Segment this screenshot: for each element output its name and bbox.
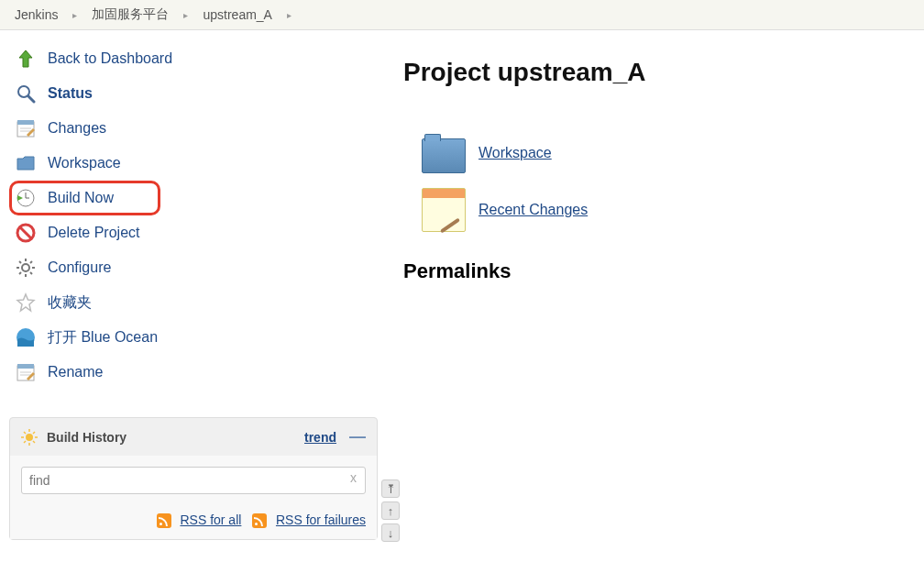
sidebar-item-workspace[interactable]: Workspace — [9, 146, 385, 181]
sidebar-item-label: Configure — [48, 259, 111, 276]
sidebar-item-label: Build Now — [48, 190, 114, 206]
permalinks-heading: Permalinks — [403, 259, 906, 283]
sidebar-item-label: Rename — [48, 364, 103, 380]
sidebar-item-blue-ocean[interactable]: 打开 Blue Ocean — [9, 320, 385, 355]
rss-icon — [252, 513, 267, 528]
svg-line-33 — [24, 441, 26, 443]
chevron-right-icon: ▸ — [176, 10, 195, 20]
star-icon — [15, 292, 37, 314]
arrow-up-icon — [15, 48, 37, 70]
sidebar-item-configure[interactable]: Configure — [9, 250, 385, 285]
sidebar-item-back[interactable]: Back to Dashboard — [9, 41, 385, 76]
breadcrumb-folder[interactable]: 加固服务平台 — [86, 6, 174, 23]
breadcrumb: Jenkins ▸ 加固服务平台 ▸ upstream_A ▸ — [0, 0, 924, 30]
folder-icon — [422, 138, 466, 173]
trend-link[interactable]: trend — [304, 430, 336, 445]
sidebar-item-label: 打开 Blue Ocean — [48, 328, 158, 347]
recent-changes-link[interactable]: Recent Changes — [478, 202, 588, 218]
sidebar-item-label: Changes — [48, 120, 106, 137]
sidebar-item-changes[interactable]: Changes — [9, 111, 385, 146]
sidebar-item-favorites[interactable]: 收藏夹 — [9, 285, 385, 320]
find-input[interactable] — [21, 467, 366, 494]
rss-failures-link[interactable]: RSS for failures — [276, 512, 366, 527]
notepad-icon — [15, 117, 37, 139]
svg-line-19 — [19, 272, 21, 274]
clock-play-icon — [15, 187, 37, 209]
recent-changes-link-row[interactable]: Recent Changes — [403, 188, 906, 232]
sidebar-item-status[interactable]: Status — [9, 76, 385, 111]
svg-line-31 — [33, 441, 35, 443]
scroll-top-icon[interactable]: ⤒ — [381, 479, 400, 498]
no-entry-icon — [15, 222, 37, 244]
build-history-title: Build History — [47, 430, 295, 445]
notepad-icon — [15, 361, 37, 383]
search-icon — [15, 83, 37, 105]
scroll-down-icon[interactable]: ↓ — [381, 523, 400, 542]
svg-point-11 — [22, 264, 29, 271]
svg-line-18 — [30, 261, 32, 263]
chevron-right-icon: ▸ — [65, 10, 84, 20]
sidebar-item-delete[interactable]: Delete Project — [9, 215, 385, 250]
svg-line-32 — [33, 432, 35, 434]
sidebar-item-label: 收藏夹 — [48, 293, 92, 313]
svg-point-25 — [26, 434, 33, 441]
sidebar-item-label: Workspace — [48, 155, 121, 171]
sidebar-item-label: Delete Project — [48, 225, 140, 241]
build-history-panel: Build History trend — x RSS for all RSS … — [9, 417, 378, 540]
workspace-link-row[interactable]: Workspace — [403, 133, 906, 173]
rss-icon — [157, 513, 171, 528]
svg-line-17 — [30, 272, 32, 274]
sidebar-item-label: Back to Dashboard — [48, 50, 172, 67]
page-title: Project upstream_A — [403, 58, 906, 87]
notepad-icon — [422, 188, 466, 232]
svg-rect-22 — [17, 364, 34, 369]
sidebar-item-rename[interactable]: Rename — [9, 355, 385, 390]
svg-line-1 — [28, 96, 34, 102]
main-panel: Project upstream_A Workspace Recent Chan… — [385, 30, 924, 551]
svg-line-16 — [19, 261, 21, 263]
sidebar-item-label: Status — [48, 85, 93, 102]
sidebar: Back to Dashboard Status Changes Workspa… — [0, 30, 385, 551]
folder-icon — [15, 152, 37, 174]
chevron-right-icon: ▸ — [280, 10, 299, 20]
sidebar-item-build-now[interactable]: Build Now — [9, 181, 160, 215]
svg-line-30 — [24, 432, 26, 434]
breadcrumb-project[interactable]: upstream_A — [197, 7, 277, 22]
collapse-icon[interactable]: — — [349, 427, 366, 446]
blue-ocean-icon — [15, 326, 37, 348]
gear-icon — [15, 257, 37, 279]
svg-rect-3 — [17, 120, 34, 125]
rss-all-link[interactable]: RSS for all — [180, 512, 241, 527]
workspace-link[interactable]: Workspace — [478, 145, 552, 161]
clear-icon[interactable]: x — [350, 470, 357, 485]
breadcrumb-jenkins[interactable]: Jenkins — [9, 7, 63, 22]
sun-icon — [21, 429, 38, 446]
scroll-up-icon[interactable]: ↑ — [381, 501, 400, 520]
